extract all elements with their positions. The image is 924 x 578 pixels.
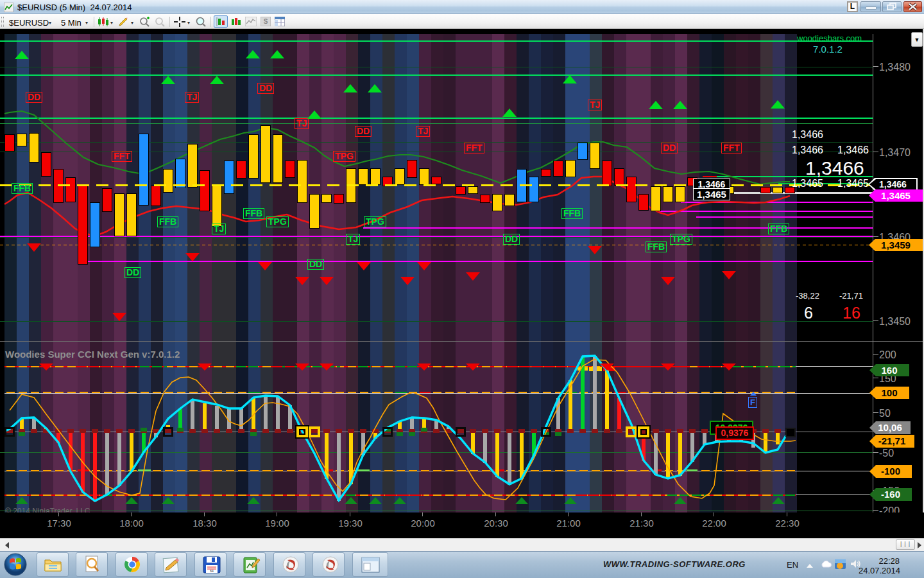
svg-text:64: 64 bbox=[210, 569, 214, 573]
svg-text:S: S bbox=[264, 18, 268, 25]
